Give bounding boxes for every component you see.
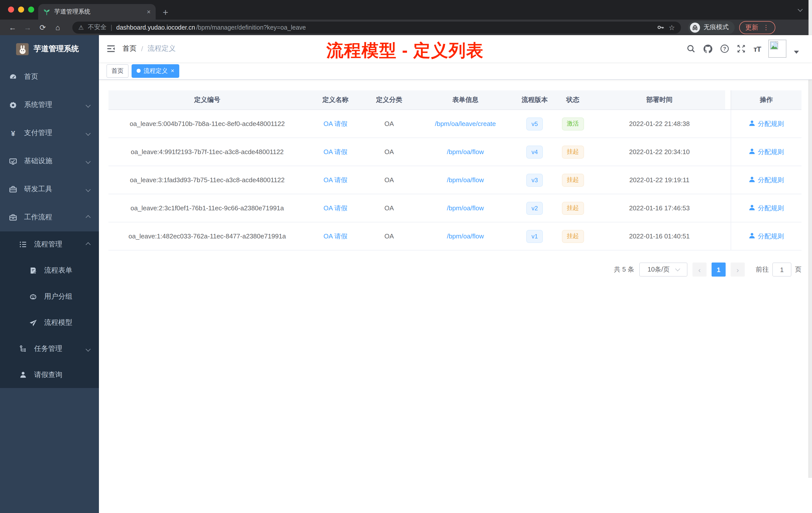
sidebar-item-process-model[interactable]: 流程模型 [0,310,99,336]
assign-rule-link[interactable]: 分配规则 [749,232,784,241]
home-icon[interactable]: ⌂ [50,23,65,32]
sidebar-item-system[interactable]: 系统管理 [0,91,99,119]
table-row: oa_leave:4:991f2193-7b7f-11ec-a3c8-acde4… [109,138,802,166]
reload-icon[interactable]: ⟳ [35,23,50,32]
maximize-window-button[interactable] [28,6,34,12]
form-info-link[interactable]: /bpm/oa/leave/create [435,120,496,127]
address-input[interactable]: ⚠ 不安全 | dashboard.yudao.iocoder.cn/bpm/m… [72,21,681,33]
github-icon[interactable] [703,44,713,54]
definition-id: oa_leave:4:991f2193-7b7f-11ec-a3c8-acde4… [109,138,306,165]
page-annotation: 流程模型 - 定义列表 [326,39,484,62]
font-size-icon[interactable]: тT [754,44,761,53]
sidebar-item-payment[interactable]: ¥ 支付管理 [0,119,99,147]
row-gutter [725,222,731,250]
close-window-button[interactable] [8,6,14,12]
definition-name-link[interactable]: OA 请假 [323,204,347,213]
user-icon [749,120,755,128]
version-badge: v2 [526,202,543,215]
help-icon[interactable]: ? [720,44,729,53]
next-page-button[interactable]: › [731,263,745,277]
status-badge: 挂起 [562,202,584,215]
tags-view-bar: 首页 流程定义 × [99,62,812,80]
sidebar-item-home[interactable]: 首页 [0,63,99,91]
definition-name-cell: OA 请假 [306,194,365,222]
forward-icon[interactable]: → [20,23,35,32]
goto-page-input[interactable] [772,263,791,277]
logo-row[interactable]: 芋道管理系统 [0,35,99,63]
update-button[interactable]: 更新 ⋮ [739,21,775,34]
app-title: 芋道管理系统 [34,44,79,54]
password-key-icon[interactable] [657,24,665,31]
avatar-dropdown-caret-icon[interactable] [794,51,799,54]
workflow-submenu: 流程管理 流程表单 用户分组 [0,232,99,388]
sidebar-collapse-icon[interactable] [107,44,116,53]
security-label[interactable]: 不安全 [88,23,107,32]
chevron-down-icon [86,346,91,351]
sidebar-item-label: 工作流程 [24,213,52,222]
assign-rule-link[interactable]: 分配规则 [749,147,784,156]
definition-name-link[interactable]: OA 请假 [323,232,347,241]
avatar[interactable] [768,40,786,58]
chevron-down-icon [675,266,680,271]
monitor-icon [9,157,17,165]
goto-group: 前往 页 [756,263,802,277]
breadcrumb-home[interactable]: 首页 [122,44,137,53]
sidebar-item-label: 用户分组 [44,292,72,301]
version-cell: v2 [517,194,552,222]
sidebar-item-user-group[interactable]: 用户分组 [0,283,99,310]
form-info-link[interactable]: /bpm/oa/flow [447,148,484,156]
version-badge: v1 [526,230,543,243]
back-icon[interactable]: ← [5,23,20,32]
sidebar-item-label: 首页 [24,72,38,81]
sidebar-item-process-management[interactable]: 流程管理 [0,232,99,258]
current-page-button[interactable]: 1 [712,263,726,277]
form-info-link[interactable]: /bpm/oa/flow [447,233,484,240]
tag-process-definition[interactable]: 流程定义 × [132,64,179,78]
definition-name-cell: OA 请假 [306,138,365,165]
sidebar-item-infra[interactable]: 基础设施 [0,147,99,175]
search-icon[interactable] [687,44,696,53]
assign-rule-link[interactable]: 分配规则 [749,204,784,213]
browser-tab-strip: 芋道管理系统 × + [0,0,812,20]
incognito-label: 无痕模式 [703,23,729,32]
page-size-select[interactable]: 10条/页 [639,263,688,277]
form-info-link[interactable]: /bpm/oa/flow [447,176,484,184]
goto-unit: 页 [795,265,802,274]
definition-name-link[interactable]: OA 请假 [323,147,347,156]
definition-name-link[interactable]: OA 请假 [323,119,347,128]
definition-name-cell: OA 请假 [306,166,365,194]
sidebar-item-workflow[interactable]: 工作流程 [0,203,99,232]
browser-tab[interactable]: 芋道管理系统 × [38,4,156,20]
sidebar-item-leave-query[interactable]: 请假查询 [0,362,99,388]
tag-home[interactable]: 首页 [107,64,128,78]
app: 芋道管理系统 首页 系统管理 ¥ 支付管理 [0,35,812,513]
browser-menu-dots-icon[interactable]: ⋮ [763,24,769,31]
update-label[interactable]: 更新 [745,23,758,32]
user-icon [749,204,755,212]
incognito-icon [690,22,700,32]
tab-close-icon[interactable]: × [147,8,151,16]
assign-rule-link[interactable]: 分配规则 [749,175,784,184]
form-info-link[interactable]: /bpm/oa/flow [447,204,484,212]
tag-close-icon[interactable]: × [171,67,174,74]
list-icon [19,240,27,248]
minimize-window-button[interactable] [18,6,24,12]
definition-name-link[interactable]: OA 请假 [323,175,347,184]
sidebar-item-process-form[interactable]: 流程表单 [0,258,99,283]
version-cell: v3 [517,166,552,194]
robot-icon [29,293,37,301]
toolbox-icon [9,185,17,193]
bookmark-star-icon[interactable]: ☆ [669,23,675,31]
table-row: oa_leave:2:3c1f0ef1-76b1-11ec-9c66-a2380… [109,194,802,222]
new-tab-button[interactable]: + [163,7,168,17]
chevron-up-icon [86,242,91,247]
fullscreen-icon[interactable] [737,44,746,53]
pagination: 共 5 条 10条/页 ‹ 1 › 前往 页 [109,263,802,277]
sidebar-item-task-management[interactable]: 任务管理 [0,336,99,362]
assign-rule-link[interactable]: 分配规则 [749,119,784,128]
sidebar-item-devtools[interactable]: 研发工具 [0,175,99,203]
sidebar-item-label: 研发工具 [24,185,52,194]
prev-page-button[interactable]: ‹ [693,263,706,277]
tab-search-chevron-icon[interactable] [798,7,803,12]
row-gutter [725,166,731,194]
